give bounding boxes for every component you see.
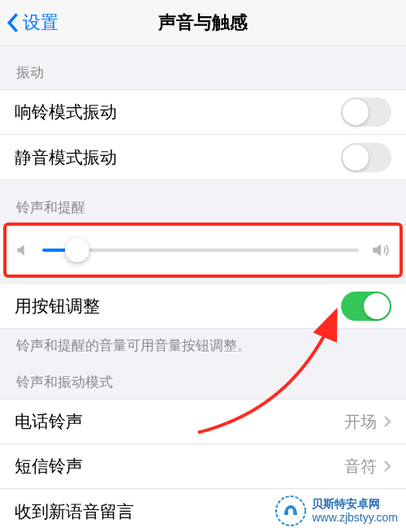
row-volume-slider[interactable]: [0, 224, 406, 276]
back-label: 设置: [23, 11, 58, 35]
section-header-patterns: 铃声和振动模式: [0, 355, 406, 399]
switch-change-with-buttons[interactable]: [341, 292, 391, 321]
watermark-line1: 贝斯特安卓网: [312, 497, 398, 511]
row-ringtone[interactable]: 电话铃声 开场: [0, 400, 406, 444]
row-change-with-buttons[interactable]: 用按钮调整: [0, 283, 406, 328]
row-label: 用按钮调整: [15, 295, 100, 318]
row-value: 开场: [344, 411, 377, 433]
svg-point-1: [276, 496, 305, 526]
row-vibrate-on-ring[interactable]: 响铃模式振动: [0, 90, 406, 135]
row-label: 响铃模式振动: [15, 101, 117, 123]
section-header-vibration: 振动: [0, 45, 406, 89]
speaker-high-icon: [370, 240, 391, 261]
page-title: 声音与触感: [0, 11, 406, 35]
chevron-left-icon: [6, 12, 19, 33]
chevron-right-icon: [383, 415, 391, 428]
row-text-tone[interactable]: 短信铃声 音符: [0, 444, 406, 489]
switch-vibrate-on-silent[interactable]: [341, 143, 391, 172]
watermark-logo-icon: [274, 495, 307, 527]
row-label: 电话铃声: [15, 410, 83, 433]
watermark-line2: www.zjbstyy.com: [312, 511, 398, 525]
row-label: 静音模式振动: [15, 146, 117, 169]
chevron-right-icon: [383, 460, 391, 473]
switch-vibrate-on-ring[interactable]: [341, 97, 391, 127]
row-vibrate-on-silent[interactable]: 静音模式振动: [0, 135, 406, 179]
section-footer-change-with-buttons: 铃声和提醒的音量可用音量按钮调整。: [0, 329, 406, 355]
back-button[interactable]: 设置: [0, 11, 58, 35]
row-value: 音符: [344, 456, 377, 478]
row-label: 收到新语音留言: [15, 500, 134, 523]
watermark: 贝斯特安卓网 www.zjbstyy.com: [274, 495, 398, 527]
volume-slider[interactable]: [42, 238, 359, 262]
section-header-ringer: 铃声和提醒: [0, 180, 406, 224]
slider-thumb[interactable]: [65, 238, 89, 262]
row-label: 短信铃声: [15, 455, 83, 478]
speaker-low-icon: [15, 242, 31, 258]
